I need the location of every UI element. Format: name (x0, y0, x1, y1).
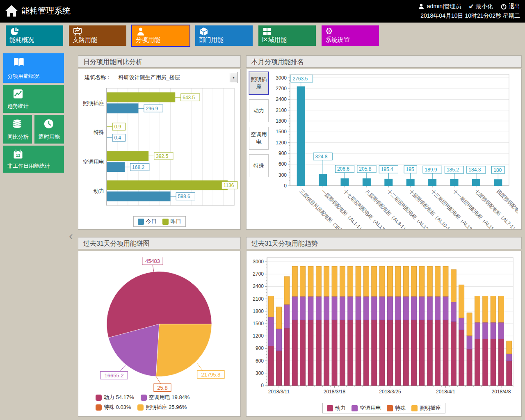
datetime-label: 2018年04月10日 10时21分02秒 星期二 (420, 12, 520, 20)
ranking-button-lighting[interactable]: 照明插座 (249, 72, 269, 95)
svg-text:一层照明配电柜（AL1-1）: 一层照明配电柜（AL1-1） (320, 188, 365, 229)
svg-text:195.4: 195.4 (381, 167, 393, 172)
svg-text:照明插座: 照明插座 (83, 100, 104, 106)
svg-text:2018/3/25: 2018/3/25 (379, 389, 401, 395)
database-icon (11, 118, 23, 130)
app-root: 能耗管理系统 admin|管理员 ↙ 最小化 退出 2018年04月10日 10… (0, 0, 525, 420)
svg-text:205.8: 205.8 (359, 166, 371, 172)
svg-text:3000: 3000 (276, 75, 287, 81)
chevron-down-icon[interactable]: ▾ (230, 73, 237, 82)
svg-text:七层照明配电柜（AL7-1）: 七层照明配电柜（AL7-1） (474, 188, 518, 229)
svg-text:25.8: 25.8 (157, 385, 167, 391)
ranking-button-special[interactable]: 特殊 (249, 154, 269, 177)
svg-text:195: 195 (406, 167, 414, 172)
collapse-sidebar-arrow[interactable]: ‹ (69, 230, 73, 242)
nav-tab-subitem-energy[interactable]: 分项用能 (132, 25, 189, 46)
home-icon[interactable] (4, 4, 19, 18)
svg-text:1200: 1200 (253, 333, 264, 339)
gear-icon: ⚙ (325, 27, 333, 36)
svg-text:1136: 1136 (224, 183, 234, 188)
monthly-ranking-chart: 0300600900120015001800210024002700300027… (272, 69, 518, 229)
calendar-icon: 12 (12, 149, 24, 160)
svg-text:206.6: 206.6 (337, 166, 349, 172)
power-icon (500, 3, 507, 10)
svg-text:空调用电: 空调用电 (83, 159, 104, 165)
svg-text:2700: 2700 (253, 271, 264, 277)
svg-text:21795.8: 21795.8 (201, 372, 221, 378)
nav-tab-branch-energy[interactable]: 支路用能 (69, 25, 126, 46)
svg-text:2018/4/8: 2018/4/8 (492, 389, 511, 395)
svg-text:特殊: 特殊 (94, 129, 104, 135)
sidebar-item-subitem-overview[interactable]: 分项用能概况 (3, 53, 64, 83)
clock-icon (43, 118, 55, 130)
daily-comparison-legend: 今日昨日 (133, 216, 186, 227)
ranking-button-power[interactable]: 动力 (249, 99, 269, 122)
svg-text:0: 0 (261, 383, 264, 388)
svg-text:动力: 动力 (94, 188, 104, 194)
svg-text:2100: 2100 (276, 107, 287, 113)
svg-text:598.6: 598.6 (178, 194, 190, 199)
sidebar-item-trend-stats[interactable]: 趋势统计 (3, 85, 64, 113)
logout-button[interactable]: 退出 (500, 3, 520, 10)
svg-text:180: 180 (493, 167, 502, 173)
svg-text:12: 12 (16, 153, 20, 158)
app-title: 能耗管理系统 (21, 5, 71, 16)
ranking-filter-buttons: 照明插座 动力 空调用电 特殊 (249, 72, 269, 182)
svg-text:643.5: 643.5 (183, 95, 195, 100)
svg-text:45483: 45483 (145, 258, 160, 264)
svg-text:900: 900 (256, 345, 264, 351)
sidebar-item-yoy-analysis[interactable]: 同比分析 (3, 115, 32, 144)
panel-daily-comparison: 日分项用能同比分析 建筑名称： 科研设计院生产用房_楼层 ▾ 照明插座643.5… (78, 55, 241, 230)
svg-text:189.9: 189.9 (425, 167, 437, 173)
trend-icon (12, 88, 24, 100)
panel-title-monthly-ranking: 本月分项用能排名 (246, 55, 522, 68)
nav-tab-system-settings[interactable]: ⚙ 系统设置 (322, 25, 379, 46)
svg-text:184.3: 184.3 (468, 167, 481, 173)
building-select-label: 建筑名称： (84, 74, 111, 80)
svg-text:1200: 1200 (276, 140, 287, 146)
nav-tab-energy-overview[interactable]: 能耗概况 (6, 25, 63, 46)
pie-chart: 4548321795.825.816655.2 (80, 252, 237, 393)
nav-tab-area-energy[interactable]: 区域用能 (258, 25, 316, 46)
svg-text:300: 300 (256, 370, 264, 376)
svg-text:0.9: 0.9 (114, 124, 121, 130)
svg-text:600: 600 (256, 358, 264, 364)
svg-text:1800: 1800 (276, 118, 287, 124)
sidebar-item-nonworkday-stats[interactable]: 12 非工作日用能统计 (3, 146, 64, 173)
svg-text:0: 0 (284, 183, 287, 189)
panel-monthly-ranking: 本月分项用能排名 照明插座 动力 空调用电 特殊 030060090012001… (246, 55, 522, 230)
panel-trend-31days: 过去31天分项用能趋势 0300600900120015001800210024… (246, 237, 522, 417)
pie-chart-icon (9, 27, 19, 37)
nav-tab-department-energy[interactable]: 部门用能 (195, 25, 253, 46)
svg-text:八层照明配电柜（AL8-1）: 八层照明配电柜（AL8-1） (364, 188, 409, 229)
minimize-icon: ↙ (469, 2, 474, 10)
svg-text:2763.5: 2763.5 (293, 76, 308, 82)
user-label: admin|管理员 (427, 3, 461, 10)
person-icon (136, 27, 146, 37)
svg-text:2400: 2400 (276, 96, 287, 102)
building-select-value: 科研设计院生产用房_楼层 (119, 74, 180, 80)
svg-text:2100: 2100 (253, 296, 264, 302)
minimize-button[interactable]: ↙ 最小化 (469, 2, 493, 10)
svg-text:2700: 2700 (276, 86, 287, 91)
svg-text:1800: 1800 (253, 308, 264, 314)
trend-chart: 0300600900120015001800210024002700300020… (249, 253, 518, 404)
svg-text:2018/3/11: 2018/3/11 (268, 389, 290, 395)
svg-text:324.8: 324.8 (315, 154, 328, 160)
grid-icon (262, 27, 272, 37)
svg-text:0.4: 0.4 (114, 135, 121, 141)
panel-title-daily-comparison: 日分项用能同比分析 (78, 55, 241, 68)
panel-title-pie-31days: 过去31天分项用能饼图 (78, 237, 241, 249)
book-icon (12, 57, 25, 67)
building-select[interactable]: 建筑名称： 科研设计院生产用房_楼层 ▾ (81, 72, 238, 83)
sidebar-item-hourly-energy[interactable]: 逐时用能 (34, 115, 64, 144)
svg-text:16655.2: 16655.2 (105, 372, 124, 379)
user-icon (418, 3, 425, 9)
svg-text:2018/4/1: 2018/4/1 (436, 389, 455, 395)
daily-comparison-chart: 照明插座643.5296.9特殊0.90.4空调用电392.5168.2动力11… (80, 86, 238, 214)
svg-text:392.5: 392.5 (156, 153, 168, 159)
ranking-button-ac[interactable]: 空调用电 (249, 127, 269, 150)
svg-text:1500: 1500 (253, 321, 264, 326)
panel-title-trend-31days: 过去31天分项用能趋势 (246, 237, 522, 249)
cube-icon (199, 27, 209, 37)
